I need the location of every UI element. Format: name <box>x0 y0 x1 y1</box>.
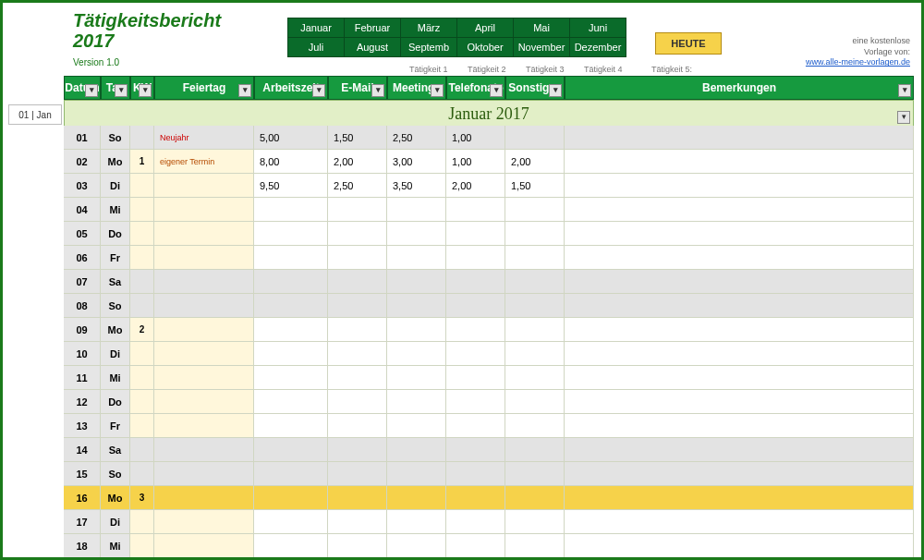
cell-sonstiges[interactable] <box>505 510 565 534</box>
cell-arbeitszeit[interactable] <box>254 222 328 246</box>
cell-arbeitszeit[interactable] <box>254 246 328 270</box>
hdr-tag[interactable]: Tag▾ <box>101 76 130 100</box>
cell-email[interactable] <box>328 486 387 510</box>
cell-feiertag[interactable] <box>154 366 254 390</box>
cell-arbeitszeit[interactable] <box>254 198 328 222</box>
hdr-sonstiges[interactable]: Sonstiges▾ <box>505 76 565 100</box>
cell-tag[interactable]: So <box>101 126 130 150</box>
cell-sonstiges[interactable] <box>505 270 565 294</box>
cell-arbeitszeit[interactable] <box>254 510 328 534</box>
cell-kw[interactable] <box>130 174 154 198</box>
cell-bemerkungen[interactable] <box>565 438 914 462</box>
cell-sonstiges[interactable] <box>505 366 565 390</box>
today-button[interactable]: HEUTE <box>655 32 722 55</box>
cell-arbeitszeit[interactable]: 9,50 <box>254 174 328 198</box>
cell-meetings[interactable] <box>387 438 446 462</box>
cell-telefonate[interactable] <box>446 342 505 366</box>
cell-bemerkungen[interactable] <box>565 174 914 198</box>
hdr-telefonate[interactable]: Telefonate▾ <box>446 76 505 100</box>
cell-datum[interactable]: 06 <box>64 246 101 270</box>
filter-dropdown-icon[interactable]: ▾ <box>115 84 128 97</box>
hdr-datum[interactable]: Datum▾ <box>64 76 101 100</box>
cell-email[interactable]: 1,50 <box>328 126 387 150</box>
cell-bemerkungen[interactable] <box>565 366 914 390</box>
filter-dropdown-icon[interactable]: ▾ <box>371 84 384 97</box>
filter-dropdown-icon[interactable]: ▾ <box>238 84 251 97</box>
cell-meetings[interactable] <box>387 318 446 342</box>
cell-bemerkungen[interactable] <box>565 294 914 318</box>
month-button-februar[interactable]: Februar <box>345 18 401 38</box>
cell-email[interactable] <box>328 366 387 390</box>
cell-meetings[interactable] <box>387 198 446 222</box>
cell-meetings[interactable] <box>387 510 446 534</box>
cell-bemerkungen[interactable] <box>565 150 914 174</box>
cell-datum[interactable]: 18 <box>64 534 101 557</box>
filter-dropdown-icon[interactable]: ▾ <box>898 84 911 97</box>
cell-bemerkungen[interactable] <box>565 510 914 534</box>
cell-email[interactable] <box>328 462 387 486</box>
cell-arbeitszeit[interactable] <box>254 462 328 486</box>
hdr-email[interactable]: E-Mail▾ <box>328 76 387 100</box>
cell-feiertag[interactable] <box>154 462 254 486</box>
month-button-märz[interactable]: März <box>401 18 457 38</box>
cell-datum[interactable]: 11 <box>64 366 101 390</box>
filter-dropdown-icon[interactable]: ▾ <box>549 84 562 97</box>
cell-kw[interactable] <box>130 366 154 390</box>
cell-telefonate[interactable] <box>446 486 505 510</box>
cell-arbeitszeit[interactable]: 5,00 <box>254 126 328 150</box>
cell-arbeitszeit[interactable] <box>254 294 328 318</box>
cell-arbeitszeit[interactable] <box>254 438 328 462</box>
cell-telefonate[interactable] <box>446 246 505 270</box>
cell-bemerkungen[interactable] <box>565 246 914 270</box>
cell-bemerkungen[interactable] <box>565 414 914 438</box>
cell-sonstiges[interactable]: 2,00 <box>505 150 565 174</box>
month-button-august[interactable]: August <box>345 38 401 57</box>
cell-datum[interactable]: 17 <box>64 510 101 534</box>
cell-arbeitszeit[interactable] <box>254 366 328 390</box>
cell-sonstiges[interactable] <box>505 462 565 486</box>
month-button-juli[interactable]: Juli <box>288 38 345 57</box>
cell-feiertag[interactable] <box>154 486 254 510</box>
cell-email[interactable] <box>328 414 387 438</box>
filter-dropdown-icon[interactable]: ▾ <box>85 84 98 97</box>
cell-datum[interactable]: 16 <box>64 486 101 510</box>
cell-sonstiges[interactable] <box>505 342 565 366</box>
cell-bemerkungen[interactable] <box>565 462 914 486</box>
cell-feiertag[interactable] <box>154 270 254 294</box>
attrib-link[interactable]: www.alle-meine-vorlagen.de <box>806 57 910 67</box>
cell-email[interactable]: 2,00 <box>328 150 387 174</box>
cell-kw[interactable] <box>130 510 154 534</box>
cell-meetings[interactable] <box>387 294 446 318</box>
cell-meetings[interactable] <box>387 342 446 366</box>
cell-email[interactable] <box>328 342 387 366</box>
cell-arbeitszeit[interactable] <box>254 270 328 294</box>
cell-meetings[interactable] <box>387 246 446 270</box>
cell-bemerkungen[interactable] <box>565 342 914 366</box>
hdr-arbeitszeit[interactable]: Arbeitszeit▾ <box>254 76 328 100</box>
cell-email[interactable] <box>328 390 387 414</box>
cell-datum[interactable]: 13 <box>64 414 101 438</box>
cell-sonstiges[interactable]: 1,50 <box>505 174 565 198</box>
cell-datum[interactable]: 03 <box>64 174 101 198</box>
cell-datum[interactable]: 07 <box>64 270 101 294</box>
cell-datum[interactable]: 08 <box>64 294 101 318</box>
cell-datum[interactable]: 02 <box>64 150 101 174</box>
cell-feiertag[interactable] <box>154 222 254 246</box>
cell-sonstiges[interactable] <box>505 198 565 222</box>
cell-datum[interactable]: 09 <box>64 318 101 342</box>
cell-meetings[interactable] <box>387 222 446 246</box>
cell-feiertag[interactable] <box>154 198 254 222</box>
cell-tag[interactable]: Mi <box>101 198 130 222</box>
cell-datum[interactable]: 04 <box>64 198 101 222</box>
cell-feiertag[interactable] <box>154 534 254 557</box>
cell-meetings[interactable] <box>387 414 446 438</box>
cell-sonstiges[interactable] <box>505 222 565 246</box>
filter-dropdown-icon[interactable]: ▾ <box>490 84 503 97</box>
cell-sonstiges[interactable] <box>505 294 565 318</box>
cell-kw[interactable] <box>130 390 154 414</box>
cell-kw[interactable] <box>130 342 154 366</box>
cell-sonstiges[interactable] <box>505 534 565 557</box>
cell-datum[interactable]: 12 <box>64 390 101 414</box>
cell-sonstiges[interactable] <box>505 318 565 342</box>
cell-email[interactable] <box>328 246 387 270</box>
